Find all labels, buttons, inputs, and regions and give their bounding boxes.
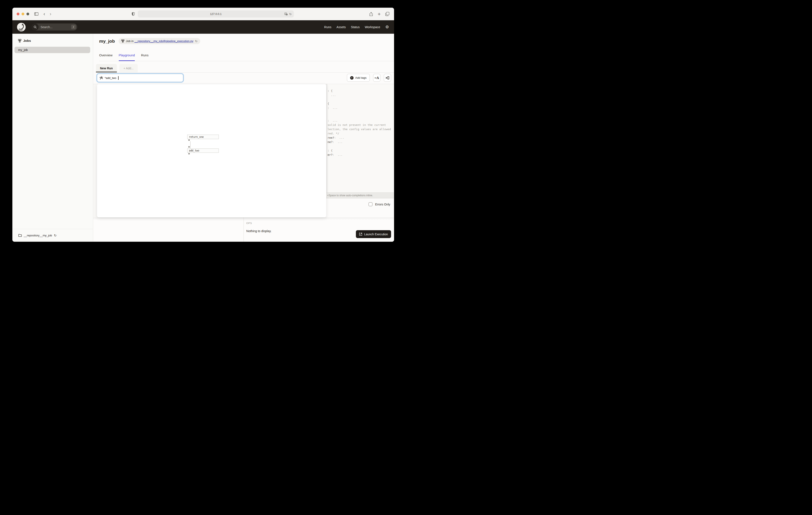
url-bar[interactable]: 127.0.0.1 A文 ↻ (138, 10, 294, 18)
output-port (188, 153, 190, 155)
graph-node-add-two[interactable]: add_two (187, 148, 219, 153)
search-shortcut-badge: / (71, 25, 76, 29)
search-placeholder: Search... (40, 25, 53, 29)
run-tab-add[interactable]: + Add... (119, 64, 138, 72)
job-tabs: Overview Playground Runs (99, 53, 394, 61)
nav-status[interactable]: Status (351, 25, 360, 29)
expand-panel-button[interactable] (384, 74, 391, 82)
url-text: 127.0.0.1 (210, 12, 222, 16)
errors-only-checkbox[interactable] (369, 202, 373, 206)
graph-node-return-one[interactable]: return_one (187, 135, 219, 139)
editor-status-area: Errors Only (326, 198, 394, 217)
close-window-button[interactable] (17, 12, 20, 16)
output-port (188, 139, 190, 141)
input-port (188, 146, 190, 147)
main-panel: my_job Job in __repository__my_job@pipel… (93, 34, 394, 242)
bottom-panel-divider (243, 217, 244, 242)
run-tab-new-run[interactable]: New Run (96, 64, 117, 72)
nav-runs[interactable]: Runs (324, 25, 331, 29)
repository-name: __repository__my_job (24, 234, 52, 237)
minimize-window-button[interactable] (22, 12, 24, 16)
content: Jobs my_job __repository__my_job ↻ my_jo… (12, 34, 394, 242)
page-title: my_job (99, 38, 115, 44)
tab-overview[interactable]: Overview (99, 53, 113, 61)
svg-text:文: 文 (286, 14, 287, 15)
add-tags-button[interactable]: + Add tags (347, 74, 370, 82)
app-header: Search... / Runs Assets Status Workspace… (12, 20, 394, 34)
badge-reload-icon[interactable]: ↻ (195, 39, 198, 43)
dagster-logo[interactable] (17, 23, 26, 31)
sidebar-item-my-job[interactable]: my_job (14, 47, 90, 53)
app-nav: Runs Assets Status Workspace ⚙ (324, 20, 389, 34)
sidebar: Jobs my_job __repository__my_job ↻ (12, 34, 93, 242)
forward-button[interactable]: › (50, 12, 51, 17)
new-tab-icon[interactable]: + (378, 11, 381, 17)
config-code: : { ...{: ...: ...solid is not present i… (327, 89, 394, 157)
sidebar-section-title: Jobs (23, 39, 31, 43)
tab-overview-icon[interactable] (385, 12, 389, 16)
op-graph-icon (99, 76, 103, 80)
search-icon (32, 24, 38, 30)
op-selector-input[interactable]: *add_two (97, 74, 183, 82)
autocomplete-button[interactable]: ••A (373, 74, 380, 82)
folder-icon (18, 234, 22, 237)
settings-gear-icon[interactable]: ⚙ (385, 25, 389, 29)
autocomplete-hint-text: +Space to show auto-completions inline. (327, 194, 373, 197)
bottom-panel: OPS Nothing to display. Launch Execution (93, 217, 394, 242)
browser-window: ‹ › 127.0.0.1 A文 ↻ + (12, 8, 394, 242)
translate-icon[interactable]: A文 (285, 12, 288, 16)
text-cursor (118, 76, 119, 80)
errors-only-toggle[interactable]: Errors Only (369, 202, 390, 206)
ops-empty-message: Nothing to display. (246, 229, 271, 233)
repository-footer[interactable]: __repository__my_job ↻ (12, 229, 93, 242)
ops-section-label: OPS (246, 222, 252, 224)
job-origin-badge: Job in __repository__my_job@pipeline_exe… (119, 38, 200, 44)
global-search[interactable]: Search... / (32, 24, 77, 30)
traffic-lights (17, 12, 29, 16)
zoom-window-button[interactable] (26, 12, 29, 16)
repository-reload-icon[interactable]: ↻ (54, 234, 57, 238)
op-graph-canvas[interactable]: return_one add_two (97, 84, 326, 217)
screenshot-stage: ‹ › 127.0.0.1 A文 ↻ + (0, 0, 406, 258)
privacy-shield-icon[interactable] (132, 12, 135, 16)
errors-only-label: Errors Only (375, 203, 390, 206)
launch-execution-button[interactable]: Launch Execution (356, 230, 391, 238)
playground-toolbar: *add_two + Add tags ••A (93, 73, 394, 84)
run-config-tabs: New Run + Add... (96, 64, 394, 73)
browser-chrome: ‹ › 127.0.0.1 A文 ↻ + (12, 8, 394, 20)
job-graph-icon (121, 39, 124, 43)
reload-icon[interactable]: ↻ (289, 12, 292, 16)
playground-workarea: : { ...{: ...: ...solid is not present i… (93, 84, 394, 242)
toggle-sidebar-icon[interactable] (34, 12, 38, 16)
tab-runs[interactable]: Runs (141, 53, 148, 61)
jobs-icon (18, 39, 21, 43)
share-icon[interactable] (369, 12, 373, 16)
plus-icon: + (350, 76, 353, 80)
op-selector-value: *add_two (105, 76, 116, 80)
nav-assets[interactable]: Assets (337, 25, 346, 29)
expand-panel-icon (386, 76, 389, 79)
back-button[interactable]: ‹ (44, 12, 45, 17)
launch-icon (359, 233, 362, 236)
autocomplete-hint-bar: +Space to show auto-completions inline. (326, 192, 394, 198)
pipeline-file-link[interactable]: __repository__my_job@pipeline_execution.… (134, 39, 193, 43)
tab-playground[interactable]: Playground (119, 53, 135, 61)
nav-workspace[interactable]: Workspace (365, 25, 380, 29)
graph-edge (190, 141, 191, 148)
badge-prefix: Job in (126, 39, 135, 43)
